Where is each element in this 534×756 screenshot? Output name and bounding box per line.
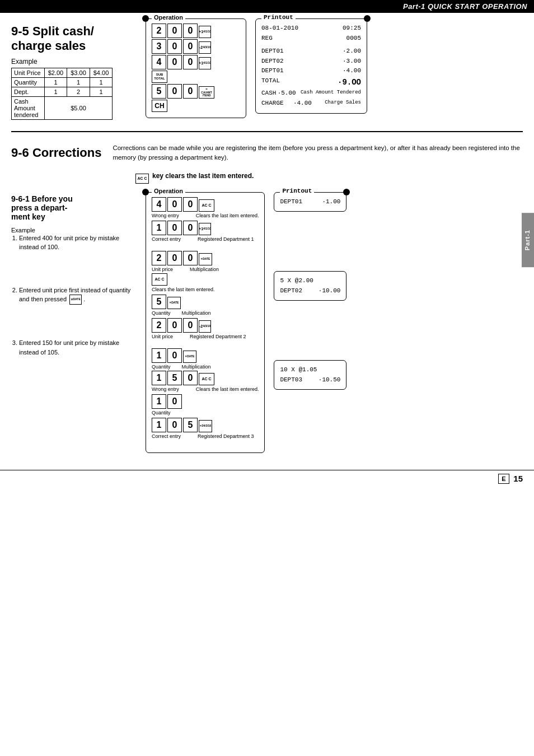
key-group-200-op2: 2 0 0 ×DATE (152, 251, 259, 265)
key-0c2[interactable]: 0 (183, 221, 198, 235)
dept-label-2: Registered Department 2 (190, 334, 246, 339)
key-acc-c[interactable]: AC C (199, 199, 214, 212)
qty-label: Quantity (152, 310, 171, 316)
page-header: Part-1 QUICK START OPERATION (0, 0, 534, 13)
mult-label2: Multiplication (182, 310, 211, 316)
print-row-5x: 5 X @2.00 (280, 276, 340, 286)
key-dept2[interactable]: -24/3/10 (199, 41, 211, 54)
print-dept02-val: ·3.00 (343, 57, 361, 67)
key-dept1-c[interactable]: +14/1/10 (199, 223, 211, 235)
print-5x: 5 X @2.00 (280, 276, 313, 286)
op-section-2: 2 0 0 ×DATE Unit price Multiplication (152, 251, 259, 339)
key-5-150[interactable]: 5 (167, 371, 182, 385)
print-row-date: 08-01-2010 09:25 (261, 24, 361, 34)
correct-label-3: Correct entry (152, 433, 181, 439)
op-section-3: 1 0 ×DATE Quantity Multiplication 1 (152, 348, 259, 439)
table-cell: Dept. (12, 87, 45, 97)
section-9-6-1-left: 9-6-1 Before youpress a depart-ment key … (11, 192, 134, 453)
table-cell: 1 (44, 78, 67, 87)
key-3[interactable]: 3 (152, 39, 166, 54)
section-9-6-title: 9-6 Corrections (11, 146, 101, 163)
page-number: 15 (513, 474, 523, 484)
key-group-100: 1 0 0 +14/1/10 (152, 221, 259, 235)
printout-label-2: Printout (280, 188, 314, 194)
key-ch[interactable]: CH (152, 100, 167, 112)
key-acc-c2[interactable]: AC C (152, 273, 167, 286)
key-0[interactable]: 0 (183, 24, 198, 38)
annotation-op3-correct: Correct entry Registered Department 3 (152, 433, 259, 439)
key-4[interactable]: 4 (152, 55, 166, 69)
print-row-dept01-c1: DEPT01 ·1.00 (280, 197, 340, 207)
key-0[interactable]: 0 (183, 39, 198, 54)
annotation-op3-wrong: Wrong entry Clears the last item entered… (152, 386, 259, 392)
key-0-op3[interactable]: 0 (167, 348, 182, 363)
key-0[interactable]: 0 (167, 84, 182, 99)
printout-boxes-2: Printout DEPT01 ·1.00 (274, 192, 346, 390)
key-0w[interactable]: 0 (167, 197, 182, 212)
key-group-400-wrong: 4 0 0 AC C (152, 197, 259, 212)
key-0[interactable]: 0 (167, 24, 182, 38)
section-9-6-1-right: Operation 4 0 0 AC C Wrong e (146, 192, 523, 453)
print-dept01-2-val: ·4.00 (343, 66, 361, 76)
key-0-150[interactable]: 0 (183, 371, 198, 385)
key-0[interactable]: 0 (183, 55, 198, 69)
key-4w[interactable]: 4 (152, 197, 166, 212)
key-2-op2b[interactable]: 2 (152, 318, 166, 333)
dot-right (364, 15, 371, 22)
print-row-dept03: DEPT03 ·10.50 (280, 375, 340, 385)
key-dept2-op2[interactable]: -24/3/10 (199, 320, 211, 333)
section-9-6-header: 9-6 Corrections Corrections can be made … (11, 140, 523, 167)
key-x-date[interactable]: ×DATE (199, 253, 212, 265)
key-group-400: 4 0 0 +14/1/10 (152, 55, 240, 69)
key-0-105[interactable]: 0 (167, 418, 182, 432)
key-0[interactable]: 0 (167, 55, 182, 69)
clears-text: key clears the last item entered. (152, 172, 254, 180)
key-1-op3[interactable]: 1 (152, 348, 166, 363)
key-0-10b[interactable]: 0 (167, 394, 182, 409)
key-acc-c3[interactable]: AC C (199, 373, 214, 385)
key-dept3-op3[interactable]: ×34/3/10 (199, 420, 212, 432)
key-0-op2d[interactable]: 0 (183, 318, 198, 333)
part-1-sidebar: Part-1 (522, 213, 534, 267)
key-dept1[interactable]: +14/1/10 (199, 26, 211, 38)
print-dept01-1: DEPT01 (261, 46, 284, 57)
print-total: TOTAL (261, 76, 280, 88)
key-0[interactable]: 0 (183, 84, 198, 99)
key-0c[interactable]: 0 (167, 221, 182, 235)
key-0-op2c[interactable]: 0 (167, 318, 182, 333)
key-2[interactable]: 2 (152, 24, 166, 38)
qty-label2-op3: Quantity (152, 410, 171, 416)
key-5-105[interactable]: 5 (183, 418, 198, 432)
annotation-op2-1: Unit price Multiplication (152, 267, 259, 272)
key-5-op2[interactable]: 5 (152, 295, 166, 309)
printout-text-2a: DEPT01 ·1.00 (280, 197, 340, 207)
print-cash: CASH (261, 88, 276, 99)
key-group-105: 1 0 5 ×34/3/10 (152, 418, 259, 432)
key-0w2[interactable]: 0 (183, 197, 198, 212)
mult-label: Multiplication (190, 267, 219, 272)
x-date-key-inline[interactable]: ×DATE (69, 295, 82, 305)
key-1c[interactable]: 1 (152, 221, 166, 235)
key-1-105[interactable]: 1 (152, 418, 166, 432)
key-1-150[interactable]: 1 (152, 371, 166, 385)
ac-key-inline[interactable]: AC C (135, 174, 149, 184)
printout-box-2c: 10 X @1.05 DEPT03 ·10.50 (274, 360, 346, 390)
key-2-op2[interactable]: 2 (152, 251, 166, 265)
table-cell: 1 (44, 87, 67, 97)
key-0[interactable]: 0 (167, 39, 182, 54)
print-row-charge: CHARGE ·4.00 Charge Sales (261, 99, 361, 109)
key-x-date2[interactable]: ×DATE (167, 297, 181, 309)
key-0-op2[interactable]: 0 (167, 251, 182, 265)
key-group-500: 5 0 0 =CA/AMT/TEND (152, 84, 240, 99)
print-row-dept02: DEPT02 ·3.00 (261, 57, 361, 67)
key-group-5-op2: 5 ×DATE (152, 295, 259, 309)
key-5[interactable]: 5 (152, 84, 166, 99)
annotation-op2-2: Quantity Multiplication (152, 310, 259, 316)
key-1-10b[interactable]: 1 (152, 394, 166, 409)
key-subtotal[interactable]: SUBTOTAL (152, 71, 167, 83)
key-0-op2b[interactable]: 0 (183, 251, 198, 265)
op-print-container-2: Operation 4 0 0 AC C Wrong e (146, 192, 523, 453)
key-x-date3[interactable]: ×DATE (183, 351, 196, 363)
key-dept1b[interactable]: +14/1/10 (199, 57, 211, 69)
key-ca-amt[interactable]: =CA/AMT/TEND (199, 86, 214, 99)
